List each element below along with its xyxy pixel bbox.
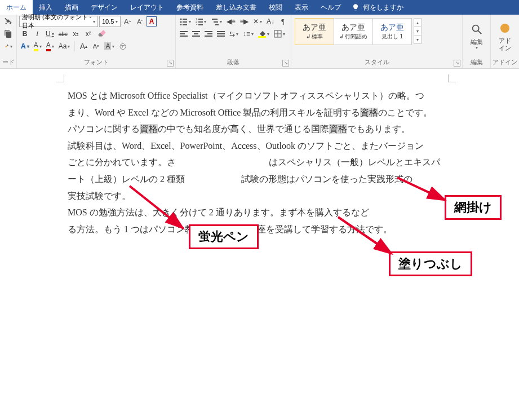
sort-button[interactable]: A↓ (265, 16, 276, 27)
doc-text: の中でも知名度が高く、世界で通じる国際 (158, 124, 329, 134)
tab-view[interactable]: 表示 (289, 0, 314, 15)
cut-button[interactable] (2, 16, 14, 27)
group-label-editing: 編集 (463, 57, 490, 68)
text-effects-dropdown[interactable]: A (19, 41, 31, 52)
align-left-icon (180, 30, 188, 37)
shaded-text: 資格 (329, 124, 347, 134)
group-editing: 編集 ▾ 編集 (463, 15, 491, 68)
style-gallery[interactable]: あア亜 ↲ 標準 あア亜 ↲ 行間詰め あア亜 見出し 1 (295, 18, 411, 45)
svg-line-36 (338, 217, 392, 254)
svg-text:3: 3 (196, 23, 197, 25)
group-addin: アドイン アドイン (491, 15, 519, 68)
increase-indent-button[interactable]: ≡▶ (238, 16, 251, 27)
svg-line-34 (130, 186, 183, 228)
italic-button[interactable]: I (32, 28, 43, 39)
grow-font-2[interactable]: A▴ (78, 41, 89, 52)
group-clipboard: ード (0, 15, 17, 68)
addin-icon (499, 23, 511, 34)
doc-text: MOS とは Microsoft Office Specialist（マイクロソ… (68, 91, 424, 100)
highlight-button[interactable]: A (32, 41, 43, 52)
numbering-button[interactable]: 123 (194, 16, 209, 27)
svg-line-35 (397, 178, 445, 200)
enclose-char-button[interactable]: ㋐ (117, 41, 128, 52)
search-icon (471, 23, 483, 36)
decrease-indent-button[interactable]: ◀≡ (225, 16, 237, 27)
tab-layout[interactable]: レイアウト (124, 0, 170, 15)
arrow-highlighter (113, 180, 214, 248)
tab-references[interactable]: 参考資料 (170, 0, 210, 15)
borders-button[interactable] (272, 28, 287, 39)
tell-me[interactable]: 何をしますか (352, 0, 403, 15)
style-up-button[interactable]: ▴ (414, 18, 422, 27)
styles-launcher[interactable]: ↘ (454, 60, 460, 67)
text-direction-button[interactable]: ✕ (251, 16, 264, 27)
group-font: 游明朝 (本文のフォント - 日本▾ 10.5▾ A^ Aˇ A B I U a… (17, 15, 176, 68)
align-justify-icon (217, 30, 225, 37)
font-color-button[interactable]: A (45, 41, 56, 52)
char-shading-button[interactable]: A (103, 41, 116, 52)
align-center-button[interactable] (190, 28, 202, 39)
find-button[interactable]: 編集 ▾ (465, 20, 489, 51)
addin-button[interactable]: アドイン (493, 19, 517, 52)
style-gallery-nav: ▴ ▾ ▾ (414, 18, 422, 43)
svg-rect-3 (183, 21, 187, 23)
tab-mailings[interactable]: 差し込み文書 (210, 0, 263, 15)
style-normal[interactable]: あア亜 ↲ 標準 (295, 18, 334, 45)
lightbulb-icon (352, 3, 360, 11)
svg-point-2 (180, 21, 182, 23)
text-effects-button[interactable]: A (147, 16, 157, 26)
arrow-fill (327, 211, 417, 268)
svg-rect-15 (180, 31, 188, 32)
svg-rect-5 (183, 24, 187, 25)
style-nospace[interactable]: あア亜 ↲ 行間詰め (334, 18, 373, 45)
bullets-icon (180, 17, 188, 25)
style-heading1[interactable]: あア亜 見出し 1 (372, 18, 412, 45)
group-label-styles: スタイル↘ (291, 57, 462, 68)
doc-text: 試験科目は、Word、Excel、PowerPoint、Access、Outlo… (68, 141, 424, 151)
svg-rect-18 (192, 31, 200, 32)
tab-help[interactable]: ヘルプ (314, 0, 347, 15)
svg-rect-17 (180, 36, 188, 37)
doc-text: 試験の形態はパソコンを使った実践形式の (241, 174, 412, 184)
copy-button[interactable] (2, 28, 14, 39)
group-styles: あア亜 ↲ 標準 あア亜 ↲ 行間詰め あア亜 見出し 1 ▴ ▾ ▾ スタイル… (291, 15, 463, 68)
scissors-icon (4, 17, 12, 26)
svg-rect-16 (180, 33, 185, 34)
align-right-button[interactable] (203, 28, 214, 39)
char-case-button[interactable]: Aa (57, 41, 72, 52)
font-name-select[interactable]: 游明朝 (本文のフォント - 日本▾ (19, 16, 98, 27)
svg-rect-12 (212, 19, 218, 20)
bullets-button[interactable] (178, 16, 193, 27)
shading-button[interactable] (256, 28, 271, 39)
borders-icon (274, 30, 282, 38)
font-launcher[interactable]: ↘ (167, 60, 174, 67)
bold-button[interactable]: B (19, 28, 30, 39)
align-justify-button[interactable] (215, 28, 227, 39)
eraser-icon (97, 29, 107, 39)
svg-rect-22 (207, 33, 212, 34)
group-label-font: フォント↘ (17, 57, 175, 68)
superscript-button[interactable]: x² (83, 28, 94, 39)
show-marks-button[interactable]: ¶ (277, 16, 289, 27)
multilevel-button[interactable] (209, 16, 224, 27)
grow-font-button[interactable]: A^ (122, 16, 133, 27)
svg-rect-20 (192, 36, 200, 37)
underline-button[interactable]: U (44, 28, 56, 39)
align-left-button[interactable] (178, 28, 189, 39)
style-down-button[interactable]: ▾ (414, 26, 422, 36)
align-right-icon (205, 30, 212, 37)
style-more-button[interactable]: ▾ (414, 35, 422, 44)
para-launcher[interactable]: ↘ (282, 60, 289, 67)
line-spacing-button[interactable]: ↕≡ (241, 28, 255, 39)
distribute-button[interactable]: ⇆ (228, 28, 240, 39)
tab-review[interactable]: 校閲 (263, 0, 289, 15)
subscript-button[interactable]: x₂ (70, 28, 82, 39)
font-size-select[interactable]: 10.5▾ (99, 16, 121, 27)
group-paragraph: 123 ◀≡ ≡▶ ✕ A↓ ¶ ⇆ ↕≡ 段落↘ (176, 15, 291, 68)
format-painter-button[interactable] (2, 41, 14, 52)
strike-button[interactable]: abc (57, 28, 69, 39)
clear-format-button[interactable] (95, 28, 109, 39)
doc-text: ごとに分かれています。さ (68, 157, 176, 167)
shrink-font-button[interactable]: Aˇ (134, 16, 145, 27)
shrink-font-2[interactable]: A▾ (90, 41, 101, 52)
